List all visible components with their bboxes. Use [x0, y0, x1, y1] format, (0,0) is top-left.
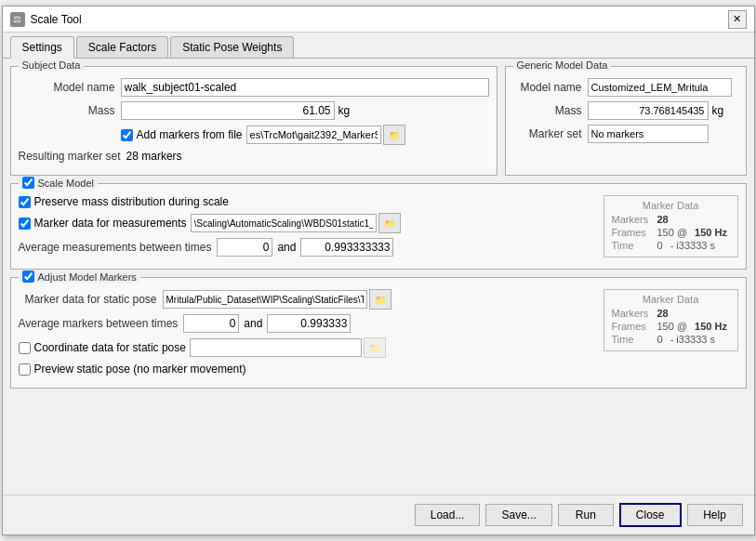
adjust-markers-val: 28 [657, 308, 669, 319]
subject-markers-file-input[interactable] [246, 125, 381, 144]
save-button[interactable]: Save... [485, 504, 551, 526]
tab-static-pose-weights[interactable]: Static Pose Weights [170, 36, 294, 58]
adjust-marker-browse-button[interactable]: 📁 [369, 289, 391, 310]
adjust-frames-hz: 150 Hz [695, 321, 727, 332]
main-window: ⚖ Scale Tool ✕ Settings Scale Factors St… [2, 6, 755, 535]
generic-model-name-row: Model name [513, 78, 738, 97]
generic-marker-set-input[interactable] [588, 125, 709, 143]
scale-frames-val: 150 @ [657, 227, 688, 238]
title-bar: ⚖ Scale Tool ✕ [3, 7, 754, 33]
subject-resulting-value: 28 markers [126, 150, 182, 163]
subject-model-name-row: Model name [19, 78, 489, 97]
adjust-marker-data-input[interactable] [163, 290, 367, 309]
marker-data-label: Marker data for measurements [34, 217, 187, 230]
adjust-markers-key: Markers [612, 308, 654, 319]
generic-mass-unit: kg [712, 104, 724, 117]
scale-frames-row: Frames 150 @ 150 Hz [612, 227, 730, 238]
adjust-time-row: Time 0 - i33333 s [612, 334, 730, 345]
scale-marker-data-title: Marker Data [612, 200, 730, 211]
adjust-frames-val: 150 @ [657, 321, 688, 332]
adjust-time-to: - i33333 s [670, 334, 715, 345]
top-row: Subject Data Model name Mass kg Add mark… [10, 66, 747, 176]
coord-data-checkbox[interactable] [19, 342, 31, 354]
subject-mass-unit: kg [338, 104, 351, 117]
generic-mass-input[interactable] [588, 101, 709, 120]
adjust-model-left: Marker data for static pose 📁 Average ma… [19, 289, 596, 380]
preserve-mass-label: Preserve mass distribution during scale [34, 195, 229, 208]
adjust-markers-row: Markers 28 [612, 308, 730, 319]
preview-checkbox[interactable] [19, 363, 31, 376]
window-icon: ⚖ [10, 12, 25, 27]
scale-time-from: 0 [657, 240, 663, 251]
subject-model-name-label: Model name [19, 81, 121, 94]
subject-data-label: Subject Data [19, 59, 85, 71]
adjust-marker-data-row: Marker data for static pose 📁 [19, 289, 596, 310]
run-button[interactable]: Run [558, 504, 614, 526]
window-close-button[interactable]: ✕ [728, 10, 747, 29]
subject-resulting-label: Resulting marker set [19, 150, 126, 163]
avg-to-input[interactable] [300, 238, 393, 257]
scale-model-left: Preserve mass distribution during scale … [19, 195, 596, 261]
subject-add-markers-text: Add markers from file [137, 128, 243, 141]
subject-mass-row: Mass kg [19, 101, 489, 120]
generic-model-name-input[interactable] [588, 78, 732, 97]
scale-model-right: Marker Data Markers 28 Frames 150 @ 150 … [603, 195, 738, 261]
adjust-frames-row: Frames 150 @ 150 Hz [612, 321, 730, 332]
scale-markers-val: 28 [657, 214, 669, 225]
adjust-avg-row: Average markers between times and [19, 314, 596, 333]
preserve-mass-checkbox[interactable] [19, 196, 31, 208]
adjust-model-label: Adjust Model Markers [38, 271, 137, 283]
adjust-marker-data-title: Marker Data [612, 294, 730, 305]
subject-markers-browse-button[interactable]: 📁 [383, 125, 405, 145]
subject-markers-row: Add markers from file 📁 [19, 125, 489, 145]
subject-model-name-input[interactable] [121, 78, 489, 97]
coord-data-row: Coordinate data for static pose 📁 [19, 337, 596, 358]
adjust-avg-to-input[interactable] [267, 314, 351, 333]
scale-model-body: Preserve mass distribution during scale … [19, 195, 738, 261]
avg-measurements-row: Average measurements between times and [19, 238, 596, 257]
marker-data-browse-button[interactable]: 📁 [378, 213, 401, 233]
generic-marker-set-label: Marker set [513, 127, 588, 140]
marker-data-checkbox[interactable] [19, 218, 31, 230]
help-button[interactable]: Help [687, 504, 743, 526]
footer: Load... Save... Run Close Help [3, 495, 754, 534]
scale-time-key: Time [612, 240, 654, 251]
avg-measurements-label: Average measurements between times [19, 241, 218, 254]
subject-mass-input[interactable] [121, 101, 335, 120]
subject-add-markers-checkbox[interactable] [121, 129, 133, 141]
generic-mass-row: Mass kg [513, 101, 738, 120]
adjust-model-checkbox[interactable] [22, 270, 34, 283]
scale-model-checkbox[interactable] [22, 177, 34, 189]
adjust-model-group: Adjust Model Markers Marker data for sta… [10, 277, 747, 389]
scale-frames-key: Frames [612, 227, 654, 238]
generic-model-group: Generic Model Data Model name Mass kg Ma… [505, 66, 747, 176]
generic-model-label: Generic Model Data [513, 59, 612, 71]
close-button[interactable]: Close [619, 503, 682, 527]
scale-frames-hz: 150 Hz [695, 227, 727, 238]
adjust-and-label: and [244, 317, 262, 330]
marker-data-file-input[interactable] [191, 214, 377, 232]
coord-data-browse-button[interactable]: 📁 [364, 337, 386, 358]
adjust-time-key: Time [612, 334, 654, 345]
generic-model-name-label: Model name [513, 81, 588, 94]
scale-marker-data-box: Marker Data Markers 28 Frames 150 @ 150 … [603, 195, 738, 257]
title-bar-left: ⚖ Scale Tool [10, 12, 82, 27]
tab-scale-factors[interactable]: Scale Factors [76, 36, 168, 58]
coord-data-file-input[interactable] [190, 338, 362, 357]
adjust-marker-data-label: Marker data for static pose [19, 293, 163, 306]
tab-settings[interactable]: Settings [10, 36, 74, 59]
adjust-time-from: 0 [657, 334, 663, 345]
preview-label: Preview static pose (no marker movement) [34, 363, 246, 376]
adjust-frames-key: Frames [612, 321, 654, 332]
load-button[interactable]: Load... [415, 504, 481, 526]
subject-resulting-markers-row: Resulting marker set 28 markers [19, 150, 489, 163]
adjust-avg-label: Average markers between times [19, 317, 184, 330]
coord-data-label: Coordinate data for static pose [34, 341, 186, 354]
avg-from-input[interactable] [217, 238, 272, 257]
scale-model-group: Scale Model Preserve mass distribution d… [10, 183, 747, 270]
scale-time-to: - i33333 s [670, 240, 715, 251]
adjust-avg-from-input[interactable] [183, 314, 239, 333]
marker-data-row: Marker data for measurements 📁 [19, 213, 596, 233]
tab-bar: Settings Scale Factors Static Pose Weigh… [3, 33, 754, 59]
scale-markers-key: Markers [612, 214, 654, 225]
